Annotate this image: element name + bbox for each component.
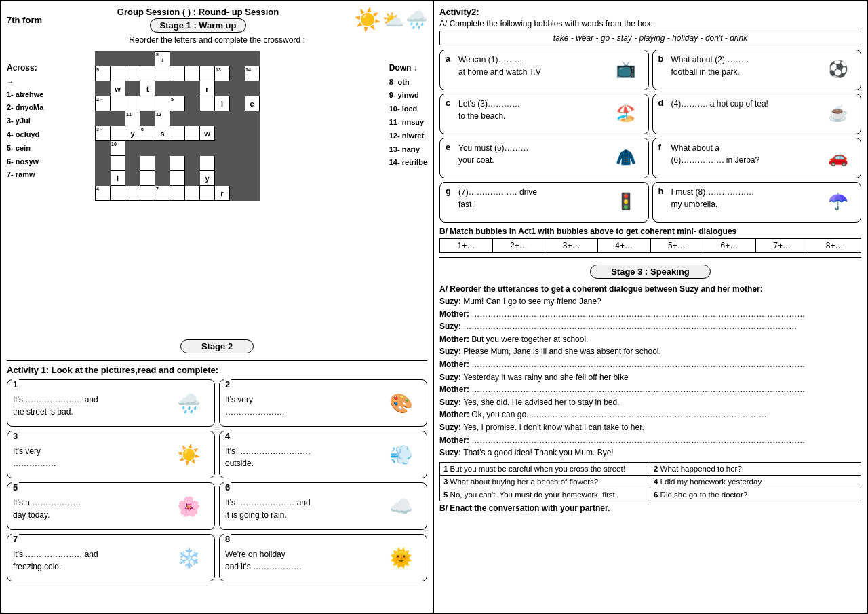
match-row: 1+… 2+… 3+… 4+… 5+… 6+… 7+… 8+… <box>439 238 861 253</box>
clue-14: 14- retrilbe <box>389 156 427 170</box>
clue-9: 9- yinwd <box>389 89 427 102</box>
left-column: 7th form Group Session ( ) : Round- up S… <box>1 1 434 613</box>
bubble-label-a: a <box>446 54 455 64</box>
bubble-e: e You must (5)………your coat. 🧥 <box>439 138 649 178</box>
clue-5: 5- cein <box>7 142 43 155</box>
pic-text-4: It's ………………………outside. <box>225 440 380 469</box>
clue-7: 7- ramw <box>7 168 43 182</box>
pic-num-2: 2 <box>224 379 231 389</box>
bubble-label-d: d <box>658 98 668 108</box>
mother-line-2: But you were together at school. <box>471 334 588 344</box>
pic-text-3: It's very……………. <box>13 440 168 469</box>
bubble-label-g: g <box>446 186 455 196</box>
match-cell-3: 3+… <box>545 239 598 252</box>
pic-img-6: ☁️ <box>380 488 421 525</box>
option-num-2: 2 <box>654 465 658 473</box>
pic-num-8: 8 <box>224 534 231 544</box>
bubble-label-e: e <box>446 142 455 152</box>
bubble-img-c: 🏖️ <box>609 98 643 128</box>
bubble-g: g (7)……………… drivefast ! 🚦 <box>439 182 649 223</box>
match-cell-8: 8+… <box>808 239 861 252</box>
mother-label-6: Mother: <box>439 436 469 445</box>
bubble-label-b: b <box>658 54 668 64</box>
mother-dots-4: …………………………………………………………………………………………………………… <box>471 385 805 394</box>
bubble-label-h: h <box>658 186 668 196</box>
crossword-area: Across: → 1- atrehwe 2- dnyoMa 3- yJul 4… <box>7 47 427 332</box>
page-header: 7th form Group Session ( ) : Round- up S… <box>7 7 427 33</box>
bubble-text-h: I must (8)………………my umbrella. <box>671 186 818 210</box>
match-cell-7: 7+… <box>756 239 809 252</box>
option-text-5: No, you can't. You must do your homework… <box>450 491 617 499</box>
option-num-5: 5 <box>443 491 448 499</box>
crossword-instruction: Reorder the letters and complete the cro… <box>7 35 427 45</box>
activity2-instruction-a: A/ Complete the following bubbles with w… <box>439 19 861 28</box>
match-cell-1: 1+… <box>440 239 493 252</box>
picture-item-4: 4 It's ………………………outside. 💨 <box>219 431 427 478</box>
suzy-line-4: Yesterday it was rainy and she fell off … <box>463 372 628 382</box>
option-cell-6: 6 Did she go to the doctor? <box>650 488 861 501</box>
mother-dots-1: …………………………………………………………………………………………………………… <box>471 309 805 319</box>
bubble-b: b What about (2)………football in the park.… <box>652 50 862 90</box>
pic-text-1: It's ………………… andthe street is bad. <box>13 388 168 418</box>
mother-dots-6: …………………………………………………………………………………………………………… <box>471 436 805 445</box>
picture-item-7: 7 It's ………………… andfreezing cold. ❄️ <box>7 534 215 581</box>
pic-text-6: It's ………………… andit is going to rain. <box>225 491 380 521</box>
clue-6: 6- nosyw <box>7 155 43 169</box>
bubble-text-e: You must (5)………your coat. <box>458 142 606 166</box>
bubble-text-b: What about (2)………football in the park. <box>671 54 818 78</box>
suzy-label-3: Suzy: <box>439 347 461 356</box>
activity2-title: Activity2: <box>439 7 861 17</box>
pic-text-8: We're on holidayand it's ……………… <box>225 543 380 573</box>
bubble-img-g: 🚦 <box>609 186 643 216</box>
crossword-grid: 8↓ 9 13 14 wt r <box>95 51 260 201</box>
pic-num-5: 5 <box>12 482 19 493</box>
picture-item-3: 3 It's very……………. ☀️ <box>7 431 215 478</box>
clue-12: 12- niwret <box>389 130 427 143</box>
match-cell-5: 5+… <box>651 239 704 252</box>
form-label: 7th form <box>7 15 42 25</box>
picture-item-6: 6 It's ………………… andit is going to rain. ☁… <box>219 482 427 530</box>
suzy-label-1: Suzy: <box>439 296 461 306</box>
divider2 <box>439 257 861 258</box>
suzy-line-6: Yes, I promise. I don't know what I can … <box>463 423 644 432</box>
option-cell-2: 2 What happened to her? <box>650 463 861 476</box>
stage3-header: Stage 3 : Speaking <box>439 262 861 282</box>
pic-text-2: It's very…………………. <box>225 388 380 418</box>
clues-across: Across: → 1- atrehwe 2- dnyoMa 3- yJul 4… <box>7 61 43 182</box>
stage1-badge: Stage 1 : Warm up <box>150 18 247 33</box>
pic-num-6: 6 <box>224 482 231 493</box>
bubble-text-c: Let's (3)…………to the beach. <box>458 98 606 122</box>
speaking-instruction: A/ Reorder the utterances to get a coher… <box>439 284 861 294</box>
pic-num-4: 4 <box>224 431 231 441</box>
picture-item-1: 1 It's ………………… andthe street is bad. 🌧️ <box>7 379 215 427</box>
suzy-label-5: Suzy: <box>439 398 461 407</box>
pic-img-1: 🌧️ <box>168 385 209 422</box>
bubble-text-g: (7)……………… drivefast ! <box>458 186 606 210</box>
picture-item-2: 2 It's very…………………. 🎨 <box>219 379 427 427</box>
pic-img-3: ☀️ <box>168 436 209 474</box>
clue-8: 8- oth <box>389 76 427 90</box>
clue-11: 11- nnsuy <box>389 116 427 130</box>
option-num-1: 1 <box>443 465 448 473</box>
clues-down: Down ↓ 8- oth 9- yinwd 10- locd 11- nnsu… <box>389 61 427 170</box>
option-cell-1: 1 But you must be careful when you cross… <box>440 463 650 476</box>
activity1-title: Activity 1: Look at the pictures,read an… <box>7 365 427 375</box>
clue-1: 1- atrehwe <box>7 88 43 102</box>
picture-item-8: 8 We're on holidayand it's ……………… 🌞 <box>219 534 427 581</box>
option-text-1: But you must be careful when you cross t… <box>450 465 625 473</box>
pic-text-7: It's ………………… andfreezing cold. <box>13 543 168 573</box>
clue-2: 2- dnyoMa <box>7 101 43 115</box>
mother-label-1: Mother: <box>439 309 469 319</box>
mother-label-5: Mother: <box>439 410 469 419</box>
stage2-badge: Stage 2 <box>180 339 254 353</box>
suzy-label-7: Suzy: <box>439 448 461 457</box>
suzy-line-1: Mum! Can I go to see my friend Jane? <box>463 296 601 306</box>
suzy-line-3: Please Mum, Jane is ill and she was abse… <box>463 347 660 356</box>
option-cell-3: 3 What about buying her a bench of flowe… <box>440 476 650 488</box>
word-box: take - wear - go - stay - playing - holi… <box>439 31 861 45</box>
option-num-3: 3 <box>443 478 448 486</box>
pic-text-5: It's a ………………day today. <box>13 491 168 521</box>
option-num-4: 4 <box>654 478 658 486</box>
option-cell-4: 4 I did my homework yesterday. <box>650 476 861 488</box>
clue-13: 13- nariy <box>389 143 427 157</box>
